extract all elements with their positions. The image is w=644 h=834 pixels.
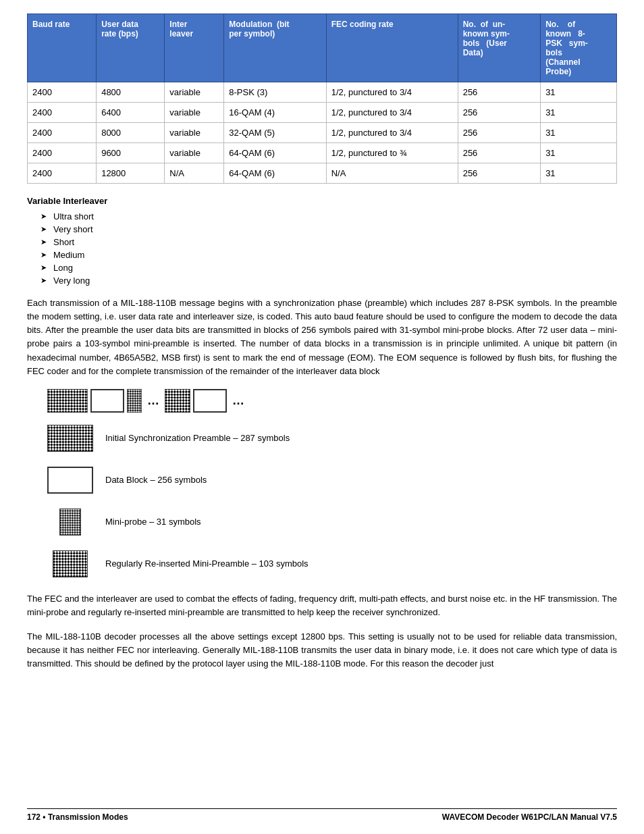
preamble-block	[47, 425, 93, 452]
col-header-unknown-user: No. of un-known sym-bols (UserData)	[458, 14, 540, 82]
list-item: Medium	[41, 250, 617, 260]
col-header-userdata: User datarate (bps)	[97, 14, 165, 82]
body-paragraph-3: The MIL-188-110B decoder processes all t…	[27, 630, 617, 671]
legend-preamble-label: Initial Synchronization Preamble – 287 s…	[105, 433, 290, 443]
data-block-rect	[47, 467, 93, 494]
table-row: 24006400variable16-QAM (4)1/2, punctured…	[28, 103, 617, 123]
table-cell: 2400	[28, 103, 97, 123]
col-header-baud: Baud rate	[28, 14, 97, 82]
table-cell: 6400	[97, 103, 165, 123]
table-cell: 31	[541, 123, 617, 143]
table-cell: 16-QAM (4)	[224, 103, 326, 123]
table-cell: 256	[458, 82, 540, 103]
table-cell: variable	[165, 143, 224, 163]
seq-data-block	[90, 389, 124, 413]
table-cell: 64-QAM (6)	[224, 163, 326, 184]
legend-minipreamble-icon	[47, 550, 93, 577]
table-cell: 8-PSK (3)	[224, 82, 326, 103]
table-cell: N/A	[326, 163, 458, 184]
table-cell: 256	[458, 163, 540, 184]
table-cell: 1/2, punctured to 3/4	[326, 123, 458, 143]
seq-minipreamble	[165, 389, 190, 413]
list-item: Ultra short	[41, 211, 617, 221]
svg-rect-11	[165, 389, 190, 413]
col-header-modulation: Modulation (bitper symbol)	[224, 14, 326, 82]
legend-miniprobe-icon	[47, 509, 93, 536]
table-cell: variable	[165, 82, 224, 103]
footer: 172 • Transmission Modes WAVECOM Decoder…	[27, 808, 617, 822]
table-cell: variable	[165, 103, 224, 123]
table-cell: 31	[541, 103, 617, 123]
table-cell: 32-QAM (5)	[224, 123, 326, 143]
table-cell: 4800	[97, 82, 165, 103]
table-cell: 31	[541, 163, 617, 184]
body-paragraph-2: The FEC and the interleaver are used to …	[27, 592, 617, 619]
table-cell: 1/2, punctured to 3/4	[326, 82, 458, 103]
legend-minipreamble: Regularly Re-inserted Mini-Preamble – 10…	[47, 550, 617, 577]
legend-miniprobe-label: Mini-probe – 31 symbols	[105, 517, 201, 527]
table-cell: 2400	[28, 163, 97, 184]
table-cell: variable	[165, 123, 224, 143]
table-cell: 8000	[97, 123, 165, 143]
list-item: Very long	[41, 276, 617, 286]
svg-rect-23	[53, 550, 88, 577]
legend-preamble-icon	[47, 425, 93, 452]
table-cell: 2400	[28, 82, 97, 103]
table-cell: 256	[458, 143, 540, 163]
svg-rect-15	[47, 425, 93, 452]
table-row: 24004800variable8-PSK (3)1/2, punctured …	[28, 82, 617, 103]
table-cell: 256	[458, 123, 540, 143]
sequence-diagram: … …	[47, 389, 617, 413]
svg-rect-19	[59, 509, 81, 536]
table-cell: 2400	[28, 143, 97, 163]
data-table: Baud rate User datarate (bps) Interleave…	[27, 14, 617, 184]
table-cell: 9600	[97, 143, 165, 163]
table-cell: 2400	[28, 123, 97, 143]
minipreamble-block	[53, 550, 88, 577]
seq-miniprobe	[127, 389, 142, 413]
ellipsis-1: …	[147, 394, 159, 408]
interleaver-list: Ultra shortVery shortShortMediumLongVery…	[41, 211, 617, 286]
body-paragraph-1: Each transmission of a MIL-188-110B mess…	[27, 296, 617, 378]
seq-data-block-2	[193, 389, 227, 413]
table-row: 24008000variable32-QAM (5)1/2, punctured…	[28, 123, 617, 143]
table-cell: 12800	[97, 163, 165, 184]
list-item: Long	[41, 263, 617, 273]
legend-minipreamble-label: Regularly Re-inserted Mini-Preamble – 10…	[105, 558, 308, 569]
col-header-unknown-psk: No. ofknown 8-PSK sym-bols(ChannelProbe)	[541, 14, 617, 82]
miniprobe-block	[59, 509, 81, 536]
footer-left: 172 • Transmission Modes	[27, 812, 128, 822]
table-cell: 256	[458, 103, 540, 123]
table-cell: 31	[541, 82, 617, 103]
col-header-inter: Interleaver	[165, 14, 224, 82]
table-cell: 31	[541, 143, 617, 163]
list-item: Very short	[41, 224, 617, 234]
list-item: Short	[41, 237, 617, 247]
table-cell: 64-QAM (6)	[224, 143, 326, 163]
legend-section: Initial Synchronization Preamble – 287 s…	[47, 425, 617, 577]
legend-datablock: Data Block – 256 symbols	[47, 467, 617, 494]
seq-preamble-icon	[47, 389, 88, 413]
col-header-fec: FEC coding rate	[326, 14, 458, 82]
table-cell: 1/2, punctured to 3/4	[326, 103, 458, 123]
table-cell: N/A	[165, 163, 224, 184]
svg-rect-7	[127, 389, 142, 413]
table-row: 240012800N/A64-QAM (6)N/A25631	[28, 163, 617, 184]
svg-rect-3	[47, 389, 88, 413]
footer-right: WAVECOM Decoder W61PC/LAN Manual V7.5	[442, 812, 617, 822]
legend-miniprobe: Mini-probe – 31 symbols	[47, 509, 617, 536]
legend-datablock-icon	[47, 467, 93, 494]
table-row: 24009600variable64-QAM (6)1/2, punctured…	[28, 143, 617, 163]
legend-preamble: Initial Synchronization Preamble – 287 s…	[47, 425, 617, 452]
ellipsis-2: …	[232, 394, 244, 408]
table-cell: 1/2, punctured to ¾	[326, 143, 458, 163]
variable-interleaver-title: Variable Interleaver	[27, 196, 617, 206]
legend-datablock-label: Data Block – 256 symbols	[105, 475, 207, 485]
